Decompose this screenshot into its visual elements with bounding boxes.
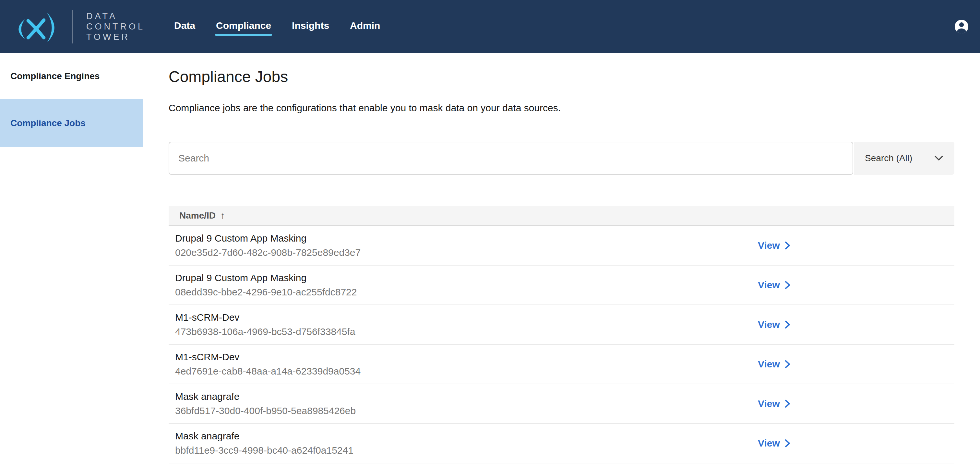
name-id-cell: Mask anagrafe 36bfd517-30d0-400f-b950-5e… [169, 391, 758, 416]
action-cell: View [758, 438, 955, 449]
search-bar: Search (All) [169, 142, 955, 175]
nav-item-data[interactable]: Data [173, 18, 196, 36]
nav-item-admin[interactable]: Admin [349, 18, 381, 36]
job-id: 36bfd517-30d0-400f-b950-5ea8985426eb [175, 405, 758, 416]
sort-ascending-icon: ↑ [220, 210, 225, 221]
view-link[interactable]: View [758, 319, 791, 330]
name-id-cell: Mask anagrafe bbfd11e9-3cc9-4998-bc40-a6… [169, 431, 758, 456]
chevron-right-icon [784, 280, 791, 290]
job-id: 4ed7691e-cab8-48aa-a14a-62339d9a0534 [175, 366, 758, 377]
page-title: Compliance Jobs [169, 68, 955, 86]
table-row: Mask anagrafe 36bfd517-30d0-400f-b950-5e… [169, 384, 955, 424]
table-row: Mask anagrafe bbfd11e9-3cc9-4998-bc40-a6… [169, 424, 955, 463]
chevron-down-icon [934, 155, 943, 161]
brand-infinity-x-icon [10, 10, 62, 43]
chevron-right-icon [784, 320, 791, 329]
name-id-cell: Drupal 9 Custom App Masking 020e35d2-7d6… [169, 233, 758, 258]
view-link[interactable]: View [758, 240, 791, 251]
brand-wordmark: DATA CONTROL TOWER [86, 11, 145, 42]
search-scope-label: Search (All) [865, 153, 912, 163]
action-cell: View [758, 319, 955, 330]
compliance-jobs-table: Name/ID ↑ Drupal 9 Custom App Masking 02… [169, 206, 955, 463]
job-name: Drupal 9 Custom App Masking [175, 233, 758, 244]
name-id-cell: M1-sCRM-Dev 4ed7691e-cab8-48aa-a14a-6233… [169, 352, 758, 377]
brand-line-3: TOWER [86, 32, 145, 42]
brand-line-1: DATA [86, 11, 145, 21]
chevron-right-icon [784, 439, 791, 448]
main-content: Compliance Jobs Compliance jobs are the … [143, 53, 980, 465]
view-link[interactable]: View [758, 398, 791, 409]
action-cell: View [758, 358, 955, 369]
view-label: View [758, 438, 780, 449]
table-row: M1-sCRM-Dev 4ed7691e-cab8-48aa-a14a-6233… [169, 345, 955, 384]
view-label: View [758, 319, 780, 330]
nav-item-compliance[interactable]: Compliance [215, 18, 272, 36]
top-navigation-bar: DATA CONTROL TOWER Data Compliance Insig… [0, 0, 980, 53]
sidebar-item-compliance-jobs[interactable]: Compliance Jobs [0, 99, 143, 147]
view-link[interactable]: View [758, 438, 791, 449]
compliance-sidebar: Compliance Engines Compliance Jobs [0, 53, 143, 465]
table-row: Drupal 9 Custom App Masking 020e35d2-7d6… [169, 226, 955, 266]
view-link[interactable]: View [758, 358, 791, 369]
page-description: Compliance jobs are the configurations t… [169, 102, 955, 114]
job-name: M1-sCRM-Dev [175, 312, 758, 323]
job-id: 020e35d2-7d60-482c-908b-7825e89ed3e7 [175, 247, 758, 258]
job-id: 08edd39c-bbe2-4296-9e10-ac255fdc8722 [175, 287, 758, 298]
view-label: View [758, 358, 780, 369]
action-cell: View [758, 398, 955, 409]
column-header-label: Name/ID [179, 210, 216, 221]
nav-item-insights[interactable]: Insights [291, 18, 330, 36]
job-name: Drupal 9 Custom App Masking [175, 272, 758, 283]
view-link[interactable]: View [758, 280, 791, 291]
view-label: View [758, 240, 780, 251]
chevron-right-icon [784, 360, 791, 369]
column-header-name-id[interactable]: Name/ID ↑ [169, 206, 955, 226]
table-row: M1-sCRM-Dev 473b6938-106a-4969-bc53-d756… [169, 305, 955, 345]
main-nav: Data Compliance Insights Admin [173, 0, 381, 53]
action-cell: View [758, 280, 955, 291]
sidebar-item-label: Compliance Jobs [10, 118, 86, 128]
view-label: View [758, 280, 780, 291]
job-name: M1-sCRM-Dev [175, 352, 758, 363]
name-id-cell: Drupal 9 Custom App Masking 08edd39c-bbe… [169, 272, 758, 298]
logo-divider [72, 10, 73, 43]
search-input[interactable] [169, 142, 853, 175]
chevron-right-icon [784, 241, 791, 250]
sidebar-item-compliance-engines[interactable]: Compliance Engines [0, 53, 143, 99]
action-cell: View [758, 240, 955, 251]
table-row: Drupal 9 Custom App Masking 08edd39c-bbe… [169, 266, 955, 305]
job-name: Mask anagrafe [175, 391, 758, 402]
name-id-cell: M1-sCRM-Dev 473b6938-106a-4969-bc53-d756… [169, 312, 758, 337]
search-scope-dropdown[interactable]: Search (All) [854, 142, 955, 175]
chevron-right-icon [784, 399, 791, 408]
sidebar-item-label: Compliance Engines [10, 71, 100, 81]
job-id: bbfd11e9-3cc9-4998-bc40-a624f0a15241 [175, 445, 758, 456]
job-id: 473b6938-106a-4969-bc53-d756f33845fa [175, 326, 758, 337]
user-avatar-icon[interactable] [954, 19, 969, 34]
brand-line-2: CONTROL [86, 21, 145, 32]
view-label: View [758, 398, 780, 409]
job-name: Mask anagrafe [175, 431, 758, 442]
app-logo: DATA CONTROL TOWER [10, 10, 145, 43]
